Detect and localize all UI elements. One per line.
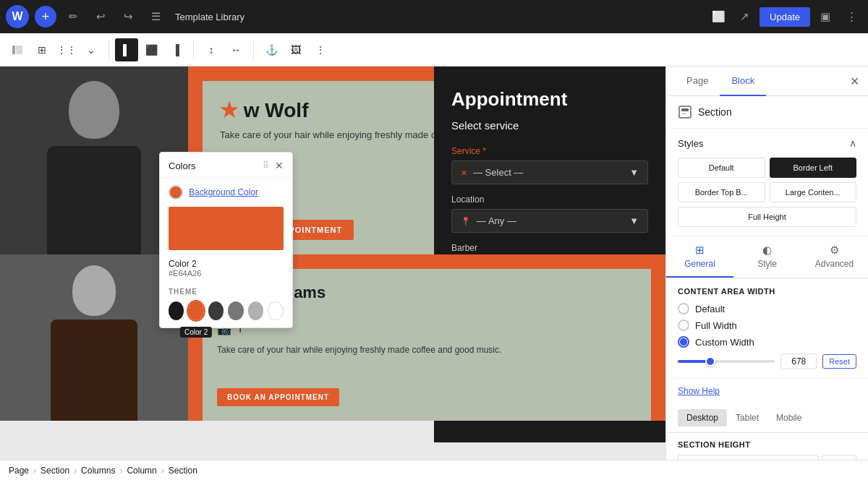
redo-icon[interactable]: ↪	[117, 6, 139, 27]
move-side-btn[interactable]: ↔	[224, 38, 247, 61]
sidebar-toggle-btn[interactable]	[6, 38, 29, 61]
topbar: W + ✏ ↩ ↪ ☰ Template Library ⬜ ↗ Update …	[0, 0, 868, 33]
page-section-top: ★ w Wolf Take care of your hair while en…	[0, 67, 665, 254]
color-dot	[169, 185, 183, 200]
book-btn-bottom[interactable]: BOOK AN APPOINTMENT	[217, 388, 339, 406]
svg-rect-2	[679, 106, 691, 118]
grid-btn[interactable]: ⊞	[30, 38, 54, 61]
tab-style[interactable]: ◐ Style	[733, 236, 801, 278]
theme-section: THEME Color 2	[160, 283, 292, 327]
style-default-btn[interactable]: Default	[678, 158, 765, 178]
show-help-link[interactable]: Show Help	[666, 379, 868, 403]
style-large-content-btn[interactable]: Large Conten...	[770, 182, 857, 202]
styles-section: Styles ∧ Default Border Left Border Top …	[666, 129, 868, 236]
swatch-2[interactable]: Color 2	[188, 301, 203, 320]
pencil-icon[interactable]: ✏	[62, 6, 84, 27]
anchor-btn[interactable]: ⚓	[260, 38, 283, 61]
tab-page[interactable]: Page	[675, 67, 720, 96]
main-layout: ★ w Wolf Take care of your hair while en…	[0, 67, 868, 460]
styles-header: Styles ∧	[678, 137, 856, 149]
theme-label: THEME	[169, 288, 284, 296]
breadcrumb-columns[interactable]: Columns	[81, 466, 115, 476]
options-btn[interactable]: ⌄	[80, 38, 103, 61]
image-btn[interactable]: 🖼	[284, 38, 307, 61]
content-area-width-label: CONTENT AREA WIDTH	[678, 287, 856, 296]
add-button[interactable]: +	[35, 6, 56, 27]
breadcrumb-sep-4: ›	[161, 466, 164, 476]
move-up-btn[interactable]: ↕	[200, 38, 223, 61]
swatch-1[interactable]	[169, 301, 184, 320]
breadcrumb-section-2[interactable]: Section	[169, 466, 197, 476]
collapse-icon[interactable]: ∧	[849, 137, 856, 149]
tab-block[interactable]: Block	[720, 67, 766, 96]
color-info: Color 2 #E64A26	[160, 256, 292, 283]
breadcrumb-section[interactable]: Section	[41, 466, 69, 476]
radio-custom-width[interactable]: Custom Width	[678, 336, 856, 348]
radio-full-width-circle	[678, 320, 689, 331]
radio-default-label: Default	[695, 304, 725, 314]
wp-logo[interactable]: W	[6, 5, 29, 28]
theme-swatches: Color 2	[169, 301, 284, 320]
swatch-3[interactable]	[208, 301, 224, 320]
toggle-panel-icon[interactable]: ▣	[814, 6, 836, 27]
slider-value-input[interactable]: 678	[780, 353, 817, 369]
reset-btn[interactable]: Reset	[822, 354, 856, 369]
separator3	[253, 41, 254, 59]
radio-default[interactable]: Default	[678, 303, 856, 314]
breadcrumb-column[interactable]: Column	[127, 466, 156, 476]
style-border-top-btn[interactable]: Border Top B...	[678, 182, 765, 202]
kebab-menu-icon[interactable]: ⋮	[841, 6, 862, 27]
styles-label: Styles	[678, 138, 703, 149]
radio-default-circle	[678, 303, 689, 314]
menu-icon[interactable]: ☰	[145, 6, 166, 27]
service-select[interactable]: ✕— Select — ▼	[451, 160, 648, 184]
align-stretch-btn[interactable]: ⬛	[140, 38, 163, 61]
panel-tabs2: ⊞ General ◐ Style ⚙ Advanced	[666, 236, 868, 278]
breadcrumb-page[interactable]: Page	[9, 466, 29, 476]
preview-icon[interactable]: ⬜	[707, 6, 729, 27]
swatch-5[interactable]	[248, 301, 263, 320]
unit-chevron-icon: ▼	[841, 459, 850, 460]
device-tabs: Desktop Tablet Mobile	[666, 403, 868, 433]
radio-full-width[interactable]: Full Width	[678, 320, 856, 331]
chevron-down-icon: ▼	[629, 167, 639, 178]
slider-track[interactable]	[678, 360, 775, 363]
section-height-row: SECTION HEIGHT px ▼	[666, 433, 868, 460]
service-icon: ✕	[461, 168, 467, 177]
barber-label: Barber	[451, 243, 648, 253]
external-link-icon[interactable]: ↗	[733, 6, 755, 27]
toolbar-group-position: ↕ ↔	[200, 38, 247, 61]
breadcrumb: Page › Section › Columns › Column › Sect…	[0, 460, 868, 480]
device-tab-tablet[interactable]: Tablet	[727, 409, 767, 427]
slider-thumb[interactable]	[705, 356, 715, 367]
swatch-4[interactable]	[228, 301, 243, 320]
service-field: Service * ✕— Select — ▼	[451, 146, 648, 184]
update-button[interactable]: Update	[760, 7, 810, 27]
align-left-btn[interactable]: ▌	[115, 38, 138, 61]
section-height-input[interactable]	[678, 455, 818, 460]
more-tools-btn[interactable]: ⋮	[309, 38, 332, 61]
breadcrumb-sep-3: ›	[119, 466, 122, 476]
color-hex: #E64A26	[169, 269, 284, 278]
appointment-subtitle: Select service	[451, 119, 648, 132]
style-full-height-btn[interactable]: Full Height	[678, 207, 856, 227]
list-btn[interactable]: ⋮⋮	[55, 38, 78, 61]
device-tab-mobile[interactable]: Mobile	[767, 409, 810, 427]
color-name: Color 2	[169, 259, 284, 269]
separator1	[109, 41, 109, 59]
location-select[interactable]: 📍— Any — ▼	[451, 209, 648, 233]
undo-icon[interactable]: ↩	[90, 6, 111, 27]
colors-close-button[interactable]: ✕	[275, 160, 284, 171]
background-color-tab[interactable]: Background Color	[160, 178, 292, 207]
topbar-right: ⬜ ↗ Update ▣ ⋮	[707, 6, 862, 27]
panel-close-btn[interactable]: ✕	[850, 67, 859, 95]
swatch-6[interactable]	[268, 301, 284, 320]
slider-row: 678 Reset	[678, 353, 856, 369]
section-height-unit[interactable]: px ▼	[822, 455, 856, 460]
barber1-name-prefix: ★	[220, 99, 238, 121]
device-tab-desktop[interactable]: Desktop	[678, 409, 727, 427]
style-border-left-btn[interactable]: Border Left	[770, 158, 857, 178]
tab-advanced[interactable]: ⚙ Advanced	[801, 236, 868, 278]
tab-general[interactable]: ⊞ General	[666, 236, 733, 278]
align-right-btn[interactable]: ▐	[164, 38, 187, 61]
